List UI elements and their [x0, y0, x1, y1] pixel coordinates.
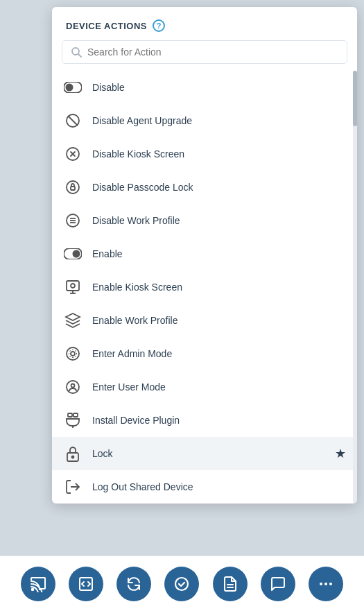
support-button[interactable] — [261, 567, 295, 601]
svg-rect-15 — [67, 281, 79, 291]
svg-point-14 — [73, 250, 80, 258]
scrollbar-thumb[interactable] — [353, 71, 357, 126]
star-icon-lock[interactable]: ★ — [335, 446, 346, 461]
svg-rect-25 — [73, 413, 78, 417]
list-item-disable[interactable]: Disable — [52, 71, 357, 104]
svg-point-37 — [329, 583, 332, 585]
ban-user-icon — [63, 377, 83, 397]
more-button[interactable] — [309, 567, 343, 601]
bottom-bar — [0, 556, 364, 611]
svg-line-5 — [68, 116, 78, 126]
item-label-enter-user-mode: Enter User Mode — [92, 381, 346, 393]
svg-point-32 — [175, 578, 188, 590]
list-item-disable-kiosk-screen[interactable]: Disable Kiosk Screen — [52, 137, 357, 171]
item-label-enable: Enable — [92, 248, 346, 259]
list-item-enter-admin-mode[interactable]: Enter Admin Mode — [52, 337, 357, 370]
kiosk-icon — [63, 277, 83, 297]
list-item-enable-kiosk-screen[interactable]: Enable Kiosk Screen — [52, 270, 357, 304]
search-input[interactable] — [87, 46, 338, 58]
scrollbar-track — [353, 71, 357, 504]
panel-header: DEVICE ACTIONS ? — [52, 7, 357, 40]
item-label-disable-passcode-lock: Disable Passcode Lock — [92, 182, 346, 193]
plugin-icon — [63, 411, 83, 430]
svg-line-1 — [78, 54, 81, 57]
list-item-log-out-shared-device[interactable]: Log Out Shared Device — [52, 470, 357, 504]
search-icon — [71, 46, 82, 58]
list-item-disable-agent-upgrade[interactable]: Disable Agent Upgrade — [52, 104, 357, 137]
svg-point-35 — [320, 583, 322, 585]
ban-lines-icon — [63, 211, 83, 230]
actions-list: DisableDisable Agent UpgradeDisable Kios… — [52, 71, 357, 504]
item-label-enable-work-profile: Enable Work Profile — [92, 315, 346, 326]
ban-lock-icon — [63, 178, 83, 197]
list-item-disable-passcode-lock[interactable]: Disable Passcode Lock — [52, 171, 357, 204]
list-item-disable-work-profile[interactable]: Disable Work Profile — [52, 204, 357, 237]
list-item-lock[interactable]: Lock★ — [52, 437, 357, 470]
item-label-disable-kiosk-screen: Disable Kiosk Screen — [92, 148, 346, 160]
list-item-install-device-plugin[interactable]: Install Device Plugin — [52, 404, 357, 437]
toggle-on-icon — [63, 244, 83, 264]
svg-rect-8 — [71, 187, 75, 190]
check-button[interactable] — [164, 567, 199, 601]
item-label-disable: Disable — [92, 82, 346, 93]
toggle-off-icon — [63, 78, 83, 97]
search-container — [52, 40, 357, 71]
code-button[interactable] — [69, 567, 103, 601]
item-label-lock: Lock — [92, 448, 325, 459]
svg-marker-19 — [66, 313, 80, 320]
panel-title: DEVICE ACTIONS — [66, 21, 147, 31]
list-item-enter-user-mode[interactable]: Enter User Mode — [52, 370, 357, 404]
svg-point-20 — [67, 347, 79, 360]
device-actions-panel: DEVICE ACTIONS ? DisableDisable Agent Up… — [52, 7, 357, 504]
cast-button[interactable] — [21, 567, 55, 601]
item-label-enable-kiosk-screen: Enable Kiosk Screen — [92, 282, 346, 293]
layers-icon — [63, 311, 83, 330]
item-label-enter-admin-mode: Enter Admin Mode — [92, 348, 346, 359]
svg-point-7 — [67, 181, 79, 193]
search-box — [62, 40, 347, 64]
item-label-disable-agent-upgrade: Disable Agent Upgrade — [92, 115, 346, 126]
svg-point-3 — [66, 84, 73, 92]
svg-point-36 — [324, 583, 327, 585]
help-icon[interactable]: ? — [153, 19, 165, 32]
list-item-enable[interactable]: Enable — [52, 237, 357, 270]
lock-icon — [63, 444, 83, 463]
svg-point-23 — [71, 384, 75, 388]
gear-circle-icon — [63, 344, 83, 363]
document-button[interactable] — [213, 567, 248, 601]
svg-rect-30 — [31, 588, 34, 591]
item-label-log-out-shared-device: Log Out Shared Device — [92, 481, 346, 492]
logout-icon — [63, 477, 83, 497]
svg-point-18 — [71, 284, 75, 288]
list-item-enable-work-profile[interactable]: Enable Work Profile — [52, 304, 357, 337]
refresh-button[interactable] — [116, 567, 151, 601]
ban-edit-icon — [63, 144, 83, 164]
svg-rect-24 — [68, 413, 72, 417]
item-label-install-device-plugin: Install Device Plugin — [92, 415, 346, 426]
item-label-disable-work-profile: Disable Work Profile — [92, 215, 346, 226]
ban-circle-icon — [63, 111, 83, 130]
svg-point-28 — [72, 456, 74, 458]
svg-point-21 — [71, 352, 75, 356]
